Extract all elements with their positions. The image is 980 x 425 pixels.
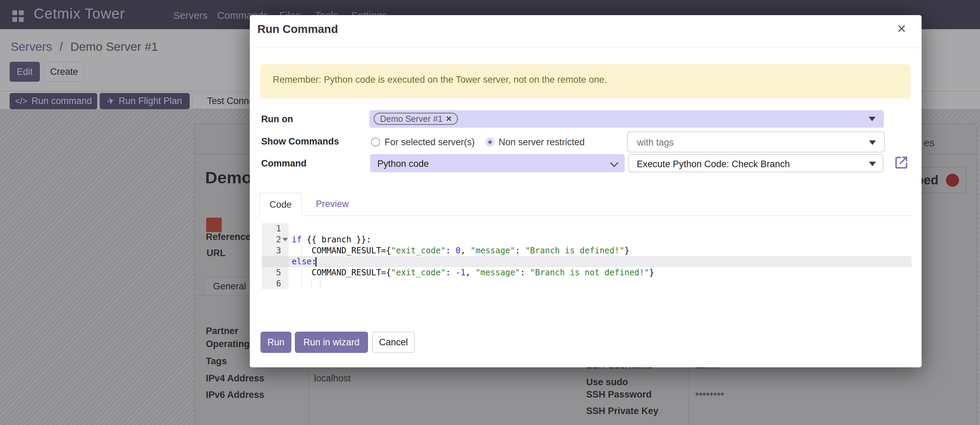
smart-button-label-tail[interactable]: es	[924, 137, 935, 149]
server-tag-label: Demo Server #1	[380, 114, 442, 124]
field-label-ssh-password: SSH Password	[586, 389, 652, 400]
close-icon[interactable]: ×	[897, 20, 906, 37]
breadcrumb: Servers / Demo Server #1	[11, 40, 162, 54]
field-value-ipv4: localhost	[314, 373, 351, 384]
radio-non-server-restricted[interactable]	[485, 138, 495, 147]
field-value-ssh-password: ********	[695, 391, 724, 401]
code-line-2[interactable]: if {{ branch }}:	[292, 234, 371, 245]
line-number: 1	[264, 223, 281, 234]
field-label-partner: Partner	[206, 326, 239, 336]
chevron-down-icon	[869, 140, 876, 145]
run-on-label: Run on	[261, 114, 293, 125]
code-icon: </>	[15, 96, 27, 106]
chevron-down-icon	[869, 162, 876, 166]
nav-item-servers[interactable]: Servers	[173, 10, 208, 21]
field-label-use-sudo: Use sudo	[586, 377, 628, 388]
tab-code[interactable]: Code	[259, 193, 302, 216]
field-label-ssh-private-key: SSH Private Key	[586, 406, 659, 416]
line-number: 6	[264, 278, 281, 289]
external-link-icon[interactable]	[893, 154, 909, 170]
paper-plane-icon: ✈	[106, 95, 115, 107]
chevron-down-icon[interactable]	[869, 117, 875, 121]
divider	[259, 216, 912, 216]
brand-title: Cetmix Tower	[34, 5, 125, 22]
cancel-button[interactable]: Cancel	[372, 331, 415, 353]
tab-general[interactable]: General	[204, 277, 256, 296]
modal-title: Run Command	[258, 23, 338, 36]
server-tag: Demo Server #1 ×	[374, 113, 458, 125]
code-line-5[interactable]: COMMAND_RESULT={"exit_code": -1, "messag…	[292, 267, 654, 278]
breadcrumb-separator: /	[59, 40, 63, 53]
edit-button[interactable]: Edit	[10, 62, 40, 82]
server-avatar	[206, 218, 222, 232]
field-label-ipv4: IPv4 Address	[206, 373, 264, 384]
divider	[689, 368, 689, 425]
indent-guide	[301, 268, 302, 289]
radio-for-selected-servers[interactable]	[371, 138, 380, 147]
tab-preview[interactable]: Preview	[301, 193, 363, 216]
active-line-highlight	[289, 256, 912, 267]
radio-non-server-restricted-label[interactable]: Non server restricted	[499, 137, 585, 147]
breadcrumb-servers-link[interactable]: Servers	[11, 40, 52, 53]
command-value: Execute Python Code: Check Branch	[637, 159, 790, 170]
command-select[interactable]: Execute Python Code: Check Branch	[628, 154, 883, 172]
show-commands-label: Show Commands	[261, 136, 339, 147]
text-cursor	[315, 257, 317, 266]
with-tags-placeholder: with tags	[637, 137, 674, 148]
command-type-value: Python code	[377, 159, 429, 169]
field-label-ipv6: IPv6 Address	[206, 390, 264, 400]
apps-grid-icon[interactable]	[13, 10, 24, 22]
run-button[interactable]: Run	[261, 331, 291, 353]
fold-arrow-icon[interactable]	[282, 238, 288, 241]
run-command-modal: Run Command × Remember: Python code is e…	[250, 15, 921, 367]
run-on-field[interactable]: Demo Server #1 ×	[369, 110, 884, 128]
line-number: 5	[264, 267, 281, 278]
active-line-gutter-highlight	[262, 256, 289, 267]
run-in-wizard-button[interactable]: Run in wizard	[295, 331, 368, 353]
indent-guide	[320, 279, 321, 289]
divider	[309, 368, 309, 425]
app-root: Cetmix Tower Servers Commands Files Tool…	[0, 0, 980, 425]
tag-remove-icon[interactable]: ×	[446, 113, 452, 124]
run-flight-plan-button[interactable]: ✈ Run Flight Plan	[100, 93, 190, 109]
indent-guide	[311, 279, 311, 289]
notice-text: Remember: Python code is executed on the…	[273, 75, 607, 85]
breadcrumb-current: Demo Server #1	[70, 40, 158, 53]
field-label-url: URL	[207, 248, 226, 258]
line-number: 3	[264, 245, 281, 256]
code-line-3[interactable]: COMMAND_RESULT={"exit_code": 0, "message…	[292, 245, 630, 256]
field-label-tags: Tags	[206, 356, 227, 366]
create-button[interactable]: Create	[44, 62, 84, 82]
run-command-button[interactable]: </> Run command	[10, 93, 97, 109]
chevron-down-icon	[610, 159, 618, 167]
notice-banner: Remember: Python code is executed on the…	[260, 64, 911, 98]
with-tags-select[interactable]: with tags	[627, 132, 885, 152]
status-stopped-dot	[946, 174, 959, 187]
command-type-select[interactable]: Python code	[370, 154, 625, 172]
radio-for-selected-servers-label[interactable]: For selected server(s)	[385, 137, 475, 147]
field-label-reference: Reference	[206, 232, 251, 243]
command-label: Command	[261, 158, 307, 169]
line-number: 2	[264, 234, 281, 245]
indent-guide	[301, 246, 302, 256]
code-line-4[interactable]: else:	[292, 256, 317, 267]
